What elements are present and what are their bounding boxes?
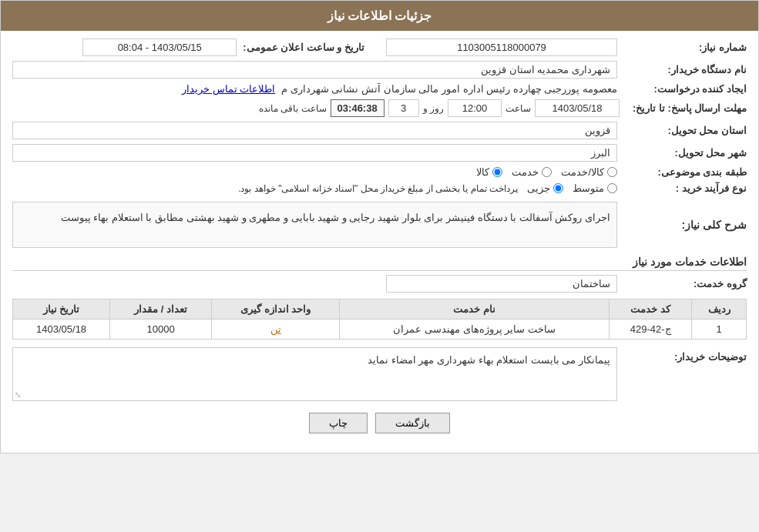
- category-khedmat-option[interactable]: خدمت: [512, 166, 552, 178]
- purchase-type-jozi-option[interactable]: جزیی: [527, 182, 563, 194]
- purchase-type-radio-group: متوسط جزیی: [527, 182, 617, 194]
- service-group-value: ساختمان: [386, 275, 617, 293]
- page-title: جزئیات اطلاعات نیاز: [327, 9, 432, 22]
- purchase-type-matavasset-label: متوسط: [573, 182, 604, 194]
- service-group-label: گروه خدمت:: [623, 278, 747, 289]
- cell-row-num: 1: [692, 320, 747, 340]
- table-row: 1ج-42-429ساخت سایر پروژه‌های مهندسی عمرا…: [13, 320, 747, 340]
- col-row-num: ردیف: [692, 299, 747, 320]
- page-header: جزئیات اطلاعات نیاز: [1, 1, 758, 31]
- category-kala-khedmat-option[interactable]: کالا/خدمت: [561, 166, 617, 178]
- purchase-type-jozi-label: جزیی: [527, 182, 550, 194]
- buyer-org-label: نام دستگاه خریدار:: [623, 64, 747, 75]
- col-service-name: نام خدمت: [340, 299, 610, 320]
- description-text: اجرای روکش آسفالت با دستگاه فینیشر برای …: [12, 202, 617, 248]
- buyer-notes-value: پیمانکار می بایست استعلام بهاء شهرداری م…: [368, 354, 610, 366]
- services-section-title: اطلاعات خدمات مورد نیاز: [12, 256, 747, 271]
- response-days-value: 3: [388, 99, 419, 117]
- col-unit: واحد اندازه گیری: [212, 299, 340, 320]
- category-khedmat-label: خدمت: [512, 166, 539, 178]
- cell-unit[interactable]: تن: [212, 320, 340, 340]
- cell-date: 1403/05/18: [13, 320, 110, 340]
- category-kala-radio[interactable]: [492, 167, 502, 177]
- delivery-city-label: شهر محل تحویل:: [623, 147, 747, 159]
- delivery-province-label: استان محل تحویل:: [623, 125, 747, 136]
- countdown-value: 03:46:38: [331, 99, 385, 117]
- print-button[interactable]: چاپ: [309, 413, 368, 433]
- purchase-type-matavasset-radio[interactable]: [607, 183, 617, 193]
- col-quantity: تعداد / مقدار: [110, 299, 212, 320]
- purchase-type-matavasset-option[interactable]: متوسط: [573, 182, 617, 194]
- creator-contact-link[interactable]: اطلاعات تماس خریدار: [182, 83, 275, 95]
- col-date: تاریخ نیاز: [13, 299, 110, 320]
- category-kala-label: کالا: [476, 166, 489, 178]
- category-label: طبقه بندی موضوعی:: [623, 166, 747, 178]
- purchase-type-jozi-radio[interactable]: [553, 183, 563, 193]
- days-label: روز و: [423, 103, 444, 114]
- col-service-code: کد خدمت: [609, 299, 691, 320]
- creator-value: معصومه پوررجبی چهارده رئیس اداره امور ما…: [281, 83, 617, 95]
- purchase-type-label: نوع فرآیند خرید :: [623, 182, 747, 194]
- action-buttons: بازگشت چاپ: [12, 413, 747, 445]
- response-deadline-label: مهلت ارسال پاسخ: تا تاریخ:: [623, 102, 747, 114]
- announcement-date-value: 1403/05/15 - 08:04: [82, 38, 237, 56]
- category-kala-option[interactable]: کالا: [476, 166, 502, 178]
- buyer-org-value: شهرداری محمدیه استان قزوین: [12, 61, 617, 79]
- time-label: ساعت: [505, 103, 531, 114]
- response-time-value: 12:00: [448, 99, 502, 117]
- delivery-province-value: قزوین: [12, 122, 617, 139]
- announcement-date-label: تاریخ و ساعت اعلان عمومی:: [243, 42, 364, 53]
- cell-quantity: 10000: [110, 320, 212, 340]
- response-date-value: 1403/05/18: [535, 99, 620, 117]
- cell-service-code: ج-42-429: [609, 320, 691, 340]
- creator-label: ایجاد کننده درخواست:: [623, 83, 747, 95]
- services-table: ردیف کد خدمت نام خدمت واحد اندازه گیری ت…: [12, 299, 747, 340]
- description-section-title: شرح کلی نیاز:: [623, 219, 747, 231]
- buyer-notes-label: توضیحات خریدار:: [623, 347, 747, 363]
- remaining-label: ساعت باقی مانده: [259, 103, 327, 114]
- back-button[interactable]: بازگشت: [375, 413, 450, 433]
- delivery-city-value: البرز: [12, 144, 617, 162]
- buyer-notes-content: پیمانکار می بایست استعلام بهاء شهرداری م…: [12, 347, 617, 401]
- category-kala-khedmat-radio[interactable]: [607, 167, 617, 177]
- cell-service-name: ساخت سایر پروژه‌های مهندسی عمران: [340, 320, 610, 340]
- need-number-value: 1103005118000079: [386, 38, 617, 56]
- resize-icon: ⤡: [15, 390, 21, 399]
- need-number-label: شماره نیاز:: [623, 42, 747, 53]
- category-khedmat-radio[interactable]: [542, 167, 552, 177]
- category-kala-khedmat-label: کالا/خدمت: [561, 166, 604, 178]
- purchase-type-description: پرداخت تمام یا بخشی از مبلغ خریداز محل "…: [238, 183, 518, 194]
- category-radio-group: کالا/خدمت خدمت کالا: [476, 166, 617, 178]
